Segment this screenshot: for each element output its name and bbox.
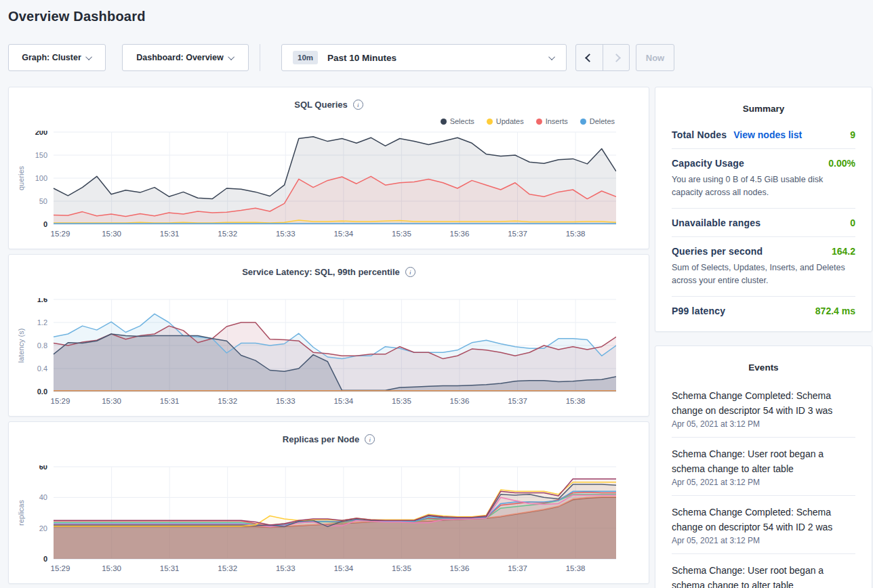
svg-text:0.8: 0.8 — [37, 341, 47, 350]
legend-label: Selects — [450, 117, 474, 125]
now-button[interactable]: Now — [636, 44, 674, 71]
svg-text:15:33: 15:33 — [276, 564, 296, 572]
chart-title-row: Service Latency: SQL, 99th percentile i — [9, 267, 649, 277]
event-timestamp: Apr 05, 2021 at 3:12 PM — [672, 536, 855, 545]
summary-row: Total NodesView nodes list9 — [672, 121, 855, 149]
svg-text:15:34: 15:34 — [333, 564, 353, 572]
chevron-down-icon — [548, 54, 555, 60]
summary-row: Unavailable ranges0 — [672, 209, 855, 237]
svg-text:1.6: 1.6 — [37, 298, 47, 303]
svg-text:200: 200 — [35, 131, 47, 136]
svg-text:15:29: 15:29 — [51, 397, 70, 405]
svg-text:50: 50 — [39, 197, 47, 205]
svg-text:15:31: 15:31 — [160, 564, 180, 572]
legend-label: Deletes — [590, 117, 615, 125]
svg-text:15:35: 15:35 — [392, 564, 411, 572]
page-title: Overview Dashboard — [8, 9, 146, 24]
summary-row-description: You are using 0 B of 4.5 GiB usable disk… — [672, 173, 855, 200]
legend-dot-icon — [487, 119, 493, 125]
info-icon[interactable]: i — [405, 267, 415, 277]
summary-row-label: Capacity Usage — [672, 158, 744, 169]
summary-panel: Summary Total NodesView nodes list9Capac… — [655, 87, 872, 332]
time-range-picker[interactable]: 10m Past 10 Minutes — [281, 44, 567, 71]
summary-row: P99 latency872.4 ms — [672, 297, 855, 324]
svg-text:queries: queries — [17, 165, 25, 190]
chevron-left-icon — [585, 54, 594, 62]
svg-text:0.4: 0.4 — [37, 364, 47, 373]
svg-text:15:29: 15:29 — [51, 564, 70, 572]
time-forward-button[interactable] — [603, 45, 629, 70]
time-pager — [575, 44, 630, 71]
summary-row-label: P99 latency — [672, 306, 725, 316]
events-title: Events — [672, 360, 855, 379]
event-item: Schema Change Completed: Schema change o… — [672, 379, 855, 438]
graph-dropdown[interactable]: Graph: Cluster — [8, 44, 106, 71]
svg-text:replicas: replicas — [17, 500, 25, 526]
info-icon[interactable]: i — [365, 434, 375, 444]
summary-row-value: 164.2 — [832, 246, 855, 257]
summary-row-value: 872.4 ms — [815, 306, 855, 316]
svg-text:15:30: 15:30 — [102, 564, 121, 572]
chart-legend: SelectsUpdatesInsertsDeletes — [441, 117, 615, 125]
summary-rows: Total NodesView nodes list9Capacity Usag… — [672, 121, 855, 324]
svg-text:20: 20 — [39, 524, 47, 532]
chart-title: SQL Queries — [294, 100, 348, 110]
summary-row-value: 0 — [850, 217, 855, 228]
service-latency-plot[interactable]: 0.00.40.81.21.615:2915:3015:3115:3215:33… — [9, 298, 616, 409]
legend-item-selects[interactable]: Selects — [441, 117, 474, 125]
legend-dot-icon — [441, 119, 447, 125]
summary-row-label: Total Nodes — [672, 129, 727, 140]
toolbar: Graph: Cluster Dashboard: Overview 10m P… — [8, 44, 674, 71]
summary-row-value: 0.00% — [828, 158, 855, 169]
overview-dashboard-page: Overview Dashboard Graph: Cluster Dashbo… — [0, 0, 873, 588]
svg-text:15:36: 15:36 — [450, 230, 470, 238]
svg-text:0: 0 — [43, 220, 47, 228]
svg-text:0: 0 — [43, 555, 47, 563]
svg-text:15:30: 15:30 — [102, 230, 121, 238]
legend-item-inserts[interactable]: Inserts — [536, 117, 568, 125]
svg-text:15:37: 15:37 — [508, 230, 527, 238]
svg-text:15:31: 15:31 — [160, 230, 180, 238]
legend-item-deletes[interactable]: Deletes — [580, 117, 615, 125]
time-range-label: Past 10 Minutes — [327, 53, 397, 63]
svg-text:15:30: 15:30 — [102, 397, 121, 405]
graph-dropdown-label: Graph: Cluster — [22, 53, 81, 62]
event-message: Schema Change Completed: Schema change o… — [672, 388, 855, 418]
svg-text:15:31: 15:31 — [160, 397, 180, 405]
time-back-button[interactable] — [576, 45, 603, 70]
event-timestamp: Apr 05, 2021 at 3:12 PM — [672, 478, 855, 487]
svg-text:15:38: 15:38 — [566, 230, 586, 238]
svg-text:15:37: 15:37 — [508, 397, 527, 405]
legend-label: Inserts — [546, 117, 568, 125]
chart-title: Replicas per Node — [283, 434, 359, 444]
sql-queries-plot[interactable]: 05010015020015:2915:3015:3115:3215:3315:… — [9, 131, 616, 242]
legend-item-updates[interactable]: Updates — [487, 117, 524, 125]
svg-text:15:32: 15:32 — [218, 564, 237, 572]
event-item: Schema Change Completed: Schema change o… — [672, 496, 855, 554]
svg-text:15:34: 15:34 — [333, 230, 353, 238]
summary-row-label: Queries per second — [672, 246, 763, 257]
info-icon[interactable]: i — [353, 100, 363, 110]
chevron-down-icon — [85, 54, 92, 60]
legend-label: Updates — [496, 117, 524, 125]
svg-text:0.0: 0.0 — [37, 387, 47, 396]
svg-text:15:35: 15:35 — [392, 230, 411, 238]
summary-title: Summary — [672, 101, 855, 121]
replicas-per-node-plot[interactable]: 020406015:2915:3015:3115:3215:3315:3415:… — [9, 465, 616, 576]
chevron-right-icon — [612, 54, 621, 62]
legend-dot-icon — [580, 119, 586, 125]
chart-title: Service Latency: SQL, 99th percentile — [242, 267, 400, 277]
replicas-per-node-card: Replicas per Node i 020406015:2915:3015:… — [8, 421, 649, 584]
svg-text:15:33: 15:33 — [276, 397, 296, 405]
svg-text:15:36: 15:36 — [450, 397, 470, 405]
dashboard-dropdown-label: Dashboard: Overview — [136, 53, 224, 62]
summary-row: Capacity Usage0.00%You are using 0 B of … — [672, 149, 855, 209]
view-nodes-list-link[interactable]: View nodes list — [733, 129, 802, 140]
summary-row-label: Unavailable ranges — [672, 217, 760, 228]
svg-text:60: 60 — [39, 465, 47, 471]
chart-title-row: SQL Queries i — [9, 100, 649, 110]
svg-text:15:36: 15:36 — [450, 564, 470, 572]
svg-text:40: 40 — [39, 493, 47, 501]
svg-text:15:32: 15:32 — [218, 397, 237, 405]
dashboard-dropdown[interactable]: Dashboard: Overview — [122, 44, 249, 71]
